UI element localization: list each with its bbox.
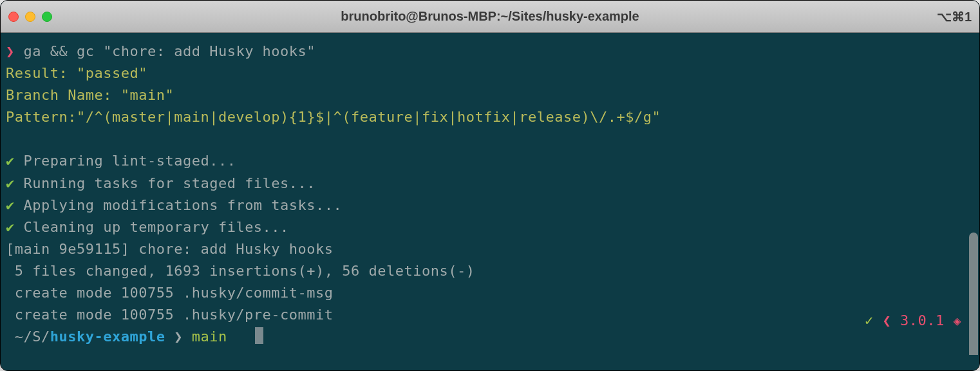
- chevron-right-icon: ❯: [174, 328, 183, 345]
- scrollbar[interactable]: [969, 233, 978, 355]
- minimize-icon[interactable]: [25, 12, 35, 22]
- task-text: Preparing lint-staged...: [24, 153, 236, 169]
- keyboard-shortcut: ⌥⌘1: [937, 9, 972, 24]
- task-line: ✔ Preparing lint-staged...: [6, 150, 974, 172]
- path-directory: husky-example: [50, 328, 165, 345]
- task-text: Running tasks for staged files...: [24, 175, 316, 191]
- window-title: brunobrito@Brunos-MBP:~/Sites/husky-exam…: [341, 9, 639, 24]
- command-line: ❯ ga && gc "chore: add Husky hooks": [6, 41, 974, 62]
- prompt-arrow-icon: ❯: [6, 43, 15, 59]
- titlebar: brunobrito@Brunos-MBP:~/Sites/husky-exam…: [1, 1, 979, 33]
- check-icon: ✔: [6, 219, 15, 235]
- create-mode-line: create mode 100755 .husky/pre-commit: [6, 304, 974, 326]
- window-bottom-padding: [1, 355, 979, 370]
- path-prefix: ~/S/: [6, 328, 50, 345]
- command-text: ga && gc "chore: add Husky hooks": [24, 43, 316, 59]
- check-icon: ✔: [6, 153, 15, 169]
- changes-line: 5 files changed, 1693 insertions(+), 56 …: [6, 260, 974, 282]
- prompt-line[interactable]: ~/S/husky-example ❯ main: [6, 326, 974, 348]
- maximize-icon[interactable]: [42, 12, 52, 22]
- chevron-left-icon: ❮: [882, 312, 891, 328]
- task-text: Applying modifications from tasks...: [24, 197, 343, 213]
- cursor-icon: [255, 327, 263, 344]
- task-line: ✔ Applying modifications from tasks...: [6, 195, 974, 216]
- commit-line: [main 9e59115] chore: add Husky hooks: [6, 238, 974, 260]
- branch-name-line: Branch Name: "main": [6, 84, 974, 106]
- status-check-icon: ✓: [865, 312, 874, 328]
- terminal-body[interactable]: ❯ ga && gc "chore: add Husky hooks" Resu…: [1, 33, 979, 355]
- blank-line: [6, 128, 974, 150]
- traffic-lights: [8, 12, 52, 22]
- pattern-line: Pattern:"/^(master|main|develop){1}$|^(f…: [6, 106, 974, 128]
- check-icon: ✔: [6, 175, 15, 191]
- task-text: Cleaning up temporary files...: [24, 219, 289, 235]
- ruby-gem-icon: ◈: [953, 313, 961, 328]
- version-number: 3.0.1: [900, 312, 945, 328]
- check-icon: ✔: [6, 197, 15, 213]
- terminal-window: brunobrito@Brunos-MBP:~/Sites/husky-exam…: [0, 0, 980, 371]
- task-line: ✔ Cleaning up temporary files...: [6, 216, 974, 238]
- status-bar-right: ✓ ❮ 3.0.1 ◈: [865, 310, 961, 332]
- create-mode-line: create mode 100755 .husky/commit-msg: [6, 282, 974, 304]
- close-icon[interactable]: [8, 12, 19, 22]
- branch-name: main: [192, 328, 227, 345]
- task-line: ✔ Running tasks for staged files...: [6, 173, 974, 195]
- result-line: Result: "passed": [6, 62, 974, 84]
